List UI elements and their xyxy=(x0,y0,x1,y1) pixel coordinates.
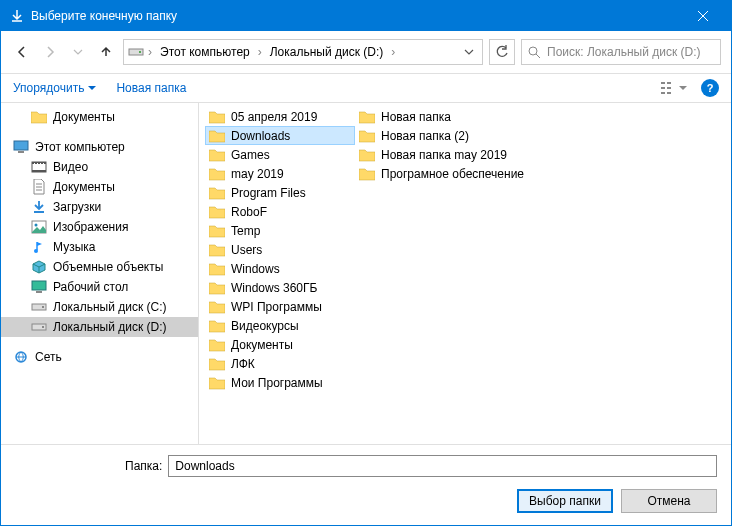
folder-icon xyxy=(359,167,375,181)
forward-button[interactable] xyxy=(39,41,61,63)
tree-label: Музыка xyxy=(53,240,95,254)
tree-item[interactable]: Рабочий стол xyxy=(1,277,198,297)
search-box[interactable] xyxy=(521,39,721,65)
svg-point-20 xyxy=(34,249,38,253)
folder-icon xyxy=(209,205,225,219)
folder-icon xyxy=(209,262,225,276)
tree-label: Загрузки xyxy=(53,200,101,214)
dialog-window: Выберите конечную папку › Этот компьютер… xyxy=(0,0,732,526)
file-item[interactable]: Users xyxy=(205,240,355,259)
file-item[interactable]: Новая папка may 2019 xyxy=(355,145,555,164)
file-label: Документы xyxy=(231,338,293,352)
tree-item[interactable]: Изображения xyxy=(1,217,198,237)
chevron-right-icon: › xyxy=(256,45,264,59)
new-folder-button[interactable]: Новая папка xyxy=(116,81,186,95)
folder-icon xyxy=(209,281,225,295)
svg-rect-15 xyxy=(37,163,38,164)
tree-item[interactable]: Локальный диск (C:) xyxy=(1,297,198,317)
file-pane[interactable]: 05 апреля 2019DownloadsGamesmay 2019Prog… xyxy=(199,103,731,444)
file-item[interactable]: Програмное обеспечение xyxy=(355,164,555,183)
folder-label: Папка: xyxy=(125,459,162,473)
tree-item-network[interactable]: Сеть xyxy=(1,347,198,367)
file-item[interactable]: Видеокурсы xyxy=(205,316,355,335)
svg-rect-7 xyxy=(661,92,665,94)
folder-icon xyxy=(31,109,47,125)
address-dropdown[interactable] xyxy=(460,47,478,57)
svg-rect-5 xyxy=(661,87,665,89)
tree-item[interactable]: Объемные объекты xyxy=(1,257,198,277)
path-segment[interactable]: Этот компьютер xyxy=(156,43,254,61)
tree-item-documents[interactable]: Документы xyxy=(1,107,198,127)
file-item[interactable]: RoboF xyxy=(205,202,355,221)
folder-name-input[interactable] xyxy=(168,455,717,477)
search-input[interactable] xyxy=(547,45,714,59)
view-menu[interactable] xyxy=(661,81,687,95)
tree-item[interactable]: Загрузки xyxy=(1,197,198,217)
svg-rect-8 xyxy=(667,92,671,94)
file-item[interactable]: WPI Программы xyxy=(205,297,355,316)
folder-icon xyxy=(209,186,225,200)
file-item[interactable]: Мои Программы xyxy=(205,373,355,392)
network-icon xyxy=(13,349,29,365)
file-item[interactable]: may 2019 xyxy=(205,164,355,183)
file-item[interactable]: Новая папка xyxy=(355,107,555,126)
file-item[interactable]: Temp xyxy=(205,221,355,240)
select-folder-button[interactable]: Выбор папки xyxy=(517,489,613,513)
app-icon xyxy=(9,8,25,24)
file-item[interactable]: Windows 360ГБ xyxy=(205,278,355,297)
file-item[interactable]: Games xyxy=(205,145,355,164)
folder-icon xyxy=(209,243,225,257)
file-item[interactable]: Новая папка (2) xyxy=(355,126,555,145)
toolbar: Упорядочить Новая папка ? xyxy=(1,74,731,103)
organize-menu[interactable]: Упорядочить xyxy=(13,81,96,95)
search-icon xyxy=(528,46,541,59)
path-segment[interactable]: Локальный диск (D:) xyxy=(266,43,388,61)
folder-icon xyxy=(209,167,225,181)
file-label: Програмное обеспечение xyxy=(381,167,524,181)
svg-rect-3 xyxy=(661,82,665,84)
address-bar[interactable]: › Этот компьютер › Локальный диск (D:) › xyxy=(123,39,483,65)
recent-dropdown[interactable] xyxy=(67,41,89,63)
svg-rect-10 xyxy=(18,151,24,153)
image-icon xyxy=(31,219,47,235)
svg-point-19 xyxy=(35,224,38,227)
back-button[interactable] xyxy=(11,41,33,63)
svg-rect-24 xyxy=(42,306,44,308)
file-item[interactable]: Program Files xyxy=(205,183,355,202)
svg-rect-17 xyxy=(43,163,44,164)
cancel-button[interactable]: Отмена xyxy=(621,489,717,513)
titlebar: Выберите конечную папку xyxy=(1,1,731,31)
file-label: Downloads xyxy=(231,129,290,143)
tree-item[interactable]: Локальный диск (D:) xyxy=(1,317,198,337)
folder-icon xyxy=(359,129,375,143)
file-label: Мои Программы xyxy=(231,376,323,390)
tree-label: Сеть xyxy=(35,350,62,364)
tree-item[interactable]: Музыка xyxy=(1,237,198,257)
tree-label: Локальный диск (D:) xyxy=(53,320,167,334)
svg-rect-9 xyxy=(14,141,28,150)
tree-item[interactable]: Видео xyxy=(1,157,198,177)
folder-icon xyxy=(359,110,375,124)
file-label: may 2019 xyxy=(231,167,284,181)
tree-item-this-pc[interactable]: Этот компьютер xyxy=(1,137,198,157)
svg-rect-16 xyxy=(40,163,41,164)
file-label: Program Files xyxy=(231,186,306,200)
tree-label: Документы xyxy=(53,180,115,194)
folder-icon xyxy=(209,300,225,314)
folder-icon xyxy=(209,224,225,238)
refresh-button[interactable] xyxy=(489,39,515,65)
cube-icon xyxy=(31,259,47,275)
help-button[interactable]: ? xyxy=(701,79,719,97)
svg-rect-14 xyxy=(34,163,35,164)
file-item[interactable]: 05 апреля 2019 xyxy=(205,107,355,126)
close-button[interactable] xyxy=(683,1,723,31)
file-item[interactable]: Windows xyxy=(205,259,355,278)
file-item[interactable]: Документы xyxy=(205,335,355,354)
doc-icon xyxy=(31,179,47,195)
file-item[interactable]: ЛФК xyxy=(205,354,355,373)
file-item[interactable]: Downloads xyxy=(205,126,355,145)
svg-rect-4 xyxy=(667,82,671,84)
up-button[interactable] xyxy=(95,41,117,63)
tree-item[interactable]: Документы xyxy=(1,177,198,197)
music-icon xyxy=(31,239,47,255)
